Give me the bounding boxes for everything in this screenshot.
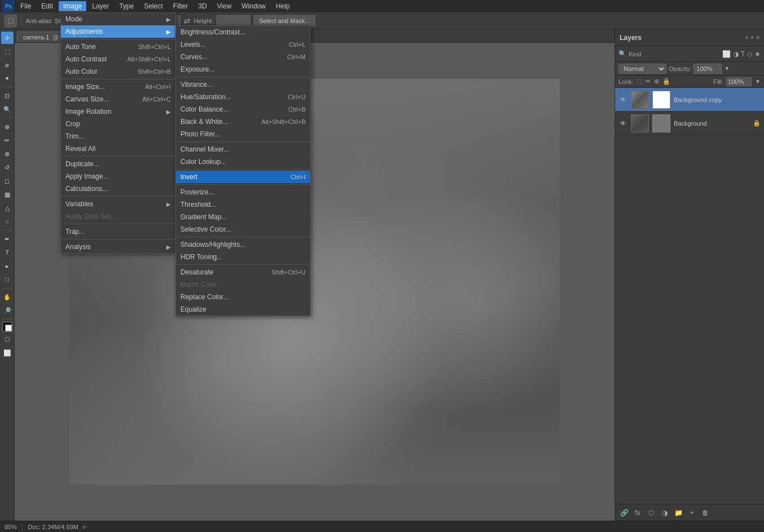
blur-tool[interactable]: △ [1, 202, 14, 214]
image-menu-analysis[interactable]: Analysis ▶ [61, 241, 175, 253]
height-input[interactable] [217, 15, 250, 26]
panel-collapse-icon[interactable]: « [745, 34, 749, 41]
adj-channel-mixer[interactable]: Channel Mixer... [176, 143, 310, 156]
adj-shadows-highlights[interactable]: Shadows/Highlights... [176, 238, 310, 251]
move-tool[interactable]: ✣ [1, 32, 14, 44]
panel-menu-icon[interactable]: ≡ [756, 34, 759, 41]
dodge-tool[interactable]: ○ [1, 215, 14, 228]
shape-tool[interactable]: □ [1, 273, 14, 286]
panel-expand-icon[interactable]: × [750, 34, 754, 41]
menu-3d[interactable]: 3D [193, 1, 211, 11]
layer-visibility-bg-copy[interactable]: 👁 [619, 95, 628, 104]
add-fx-btn[interactable]: fx [632, 507, 643, 518]
fill-arrow-icon[interactable]: ▼ [755, 78, 761, 85]
image-menu-mode[interactable]: Mode ▶ [61, 13, 175, 25]
image-menu-calculations[interactable]: Calculations... [61, 183, 175, 195]
link-layers-btn[interactable]: 🔗 [619, 507, 630, 518]
adj-brightness[interactable]: Brightness/Contrast... [176, 26, 310, 38]
adj-photo-filter[interactable]: Photo Filter... [176, 128, 310, 140]
text-tool[interactable]: T [1, 246, 14, 259]
image-menu-rotation[interactable]: Image Rotation ▶ [61, 105, 175, 118]
image-menu-crop[interactable]: Crop [61, 118, 175, 130]
blend-mode-select[interactable]: Normal [619, 64, 666, 74]
adj-hue-sat[interactable]: Hue/Saturation... Ctrl+U [176, 91, 310, 103]
image-menu-auto-color[interactable]: Auto Color Shift+Ctrl+B [61, 65, 175, 78]
opacity-arrow-icon[interactable]: ▼ [724, 65, 730, 72]
image-menu-auto-tone[interactable]: Auto Tone Shift+Ctrl+L [61, 41, 175, 53]
layer-item-background-copy[interactable]: 👁 Background copy [615, 88, 764, 112]
menu-filter[interactable]: Filter [169, 1, 193, 11]
image-menu-duplicate[interactable]: Duplicate... [61, 158, 175, 170]
adj-hdr-toning[interactable]: HDR Toning... [176, 251, 310, 263]
adj-black-white[interactable]: Black & White... Alt+Shift+Ctrl+B [176, 116, 310, 128]
image-menu-auto-contrast[interactable]: Auto Contrast Alt+Shift+Ctrl+L [61, 53, 175, 65]
image-menu-trap[interactable]: Trap... [61, 225, 175, 238]
menu-type[interactable]: Type [114, 1, 138, 11]
menu-layer[interactable]: Layer [87, 1, 113, 11]
menu-help[interactable]: Help [271, 1, 294, 11]
lock-position-icon[interactable]: ✏ [646, 78, 651, 85]
adj-vibrance[interactable]: Vibrance... [176, 78, 310, 91]
clone-tool[interactable]: ⊗ [1, 148, 14, 160]
filter-shape-icon[interactable]: ◇ [747, 50, 752, 58]
adj-color-balance[interactable]: Color Balance... Ctrl+B [176, 103, 310, 116]
path-select-tool[interactable]: ▸ [1, 260, 14, 272]
menu-file[interactable]: File [16, 1, 36, 11]
spot-heal-tool[interactable]: ⊕ [1, 121, 14, 133]
screen-mode-tool[interactable]: ⬜ [1, 347, 14, 359]
layer-item-background[interactable]: 👁 Background 🔒 [615, 112, 764, 135]
menu-image[interactable]: Image [59, 1, 86, 11]
lock-pixels-icon[interactable]: ⬚ [637, 78, 642, 85]
crop-tool[interactable]: ⊡ [1, 90, 14, 102]
marquee-tool-btn[interactable]: ⬚ [5, 15, 17, 27]
add-mask-btn[interactable]: ⬡ [646, 507, 657, 518]
add-layer-btn[interactable]: + [686, 507, 697, 518]
adj-exposure[interactable]: Exposure... [176, 63, 310, 76]
lasso-tool[interactable]: ⌀ [1, 59, 14, 71]
adj-desaturate[interactable]: Desaturate Shift+Ctrl+U [176, 266, 310, 278]
add-adjustment-btn[interactable]: ◑ [659, 507, 670, 518]
menu-select[interactable]: Select [139, 1, 167, 11]
adj-color-lookup[interactable]: Color Lookup... [176, 156, 310, 168]
lock-artboard-icon[interactable]: ⊕ [654, 78, 659, 85]
adj-selective-color[interactable]: Selective Color... [176, 223, 310, 236]
adj-gradient-map[interactable]: Gradient Map... [176, 211, 310, 223]
pen-tool[interactable]: ✒ [1, 233, 14, 245]
adj-curves[interactable]: Curves... Ctrl+M [176, 51, 310, 63]
marquee-tool[interactable]: ⬚ [1, 45, 14, 57]
add-group-btn[interactable]: 📁 [673, 507, 684, 518]
image-menu-canvas-size[interactable]: Canvas Size... Alt+Ctrl+C [61, 93, 175, 105]
opacity-input[interactable] [694, 64, 722, 74]
lock-all-icon[interactable]: 🔒 [663, 78, 670, 85]
delete-layer-btn[interactable]: 🗑 [700, 507, 711, 518]
adj-equalize[interactable]: Equalize [176, 303, 310, 316]
image-menu-reveal-all[interactable]: Reveal All [61, 143, 175, 155]
select-mask-button[interactable]: Select and Mask... [254, 15, 315, 26]
adj-threshold[interactable]: Threshold... [176, 198, 310, 211]
layer-visibility-bg[interactable]: 👁 [619, 119, 628, 128]
adj-posterize[interactable]: Posterize... [176, 186, 310, 198]
menu-edit[interactable]: Edit [37, 1, 58, 11]
image-menu-trim[interactable]: Trim... [61, 130, 175, 143]
history-brush-tool[interactable]: ↺ [1, 161, 14, 174]
eraser-tool[interactable]: ◻ [1, 175, 14, 187]
image-menu-image-size[interactable]: Image Size... Alt+Ctrl+I [61, 81, 175, 93]
image-menu-variables[interactable]: Variables ▶ [61, 198, 175, 210]
adj-invert[interactable]: Invert Ctrl+I [176, 171, 310, 183]
image-menu-apply-image[interactable]: Apply Image... [61, 170, 175, 183]
eyedropper-tool[interactable]: 🔍 [1, 103, 14, 116]
adj-levels[interactable]: Levels... Ctrl+L [176, 38, 310, 51]
foreground-color[interactable] [2, 322, 12, 332]
hand-tool[interactable]: ✋ [1, 291, 14, 303]
zoom-tool[interactable]: 🔎 [1, 304, 14, 317]
filter-smart-icon[interactable]: ★ [754, 50, 761, 58]
fill-input[interactable] [726, 77, 752, 86]
menu-window[interactable]: Window [237, 1, 271, 11]
filter-adjustment-icon[interactable]: ◑ [733, 50, 739, 58]
filter-type-icon[interactable]: T [741, 50, 745, 58]
menu-view[interactable]: View [213, 1, 236, 11]
image-menu-adjustments[interactable]: Adjustments ▶ [61, 25, 175, 38]
adj-replace-color[interactable]: Replace Color... [176, 291, 310, 303]
magic-wand-tool[interactable]: ✦ [1, 72, 14, 85]
brush-tool[interactable]: ✏ [1, 134, 14, 147]
